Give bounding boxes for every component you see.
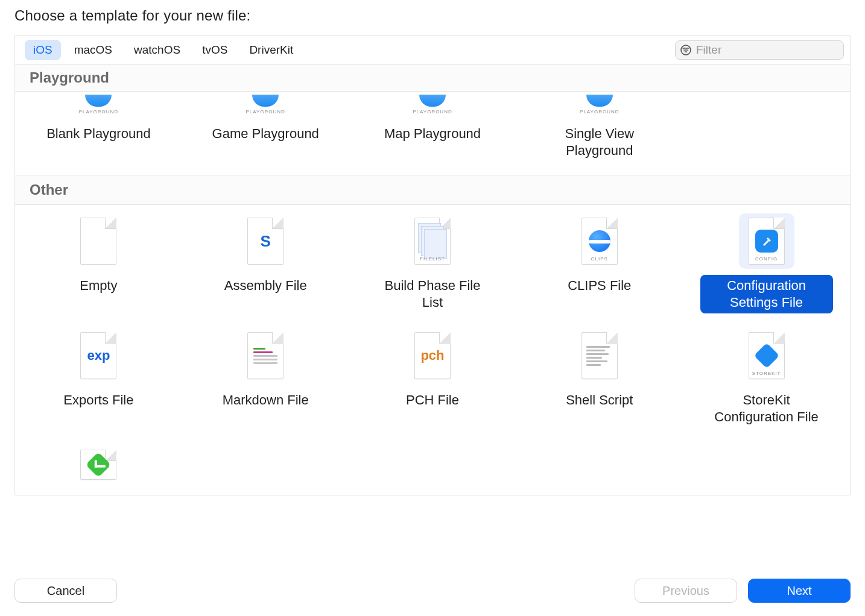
template-empty[interactable]: Empty [15,205,182,319]
previous-button: Previous [635,579,737,603]
hammer-icon: CONFIG [749,218,785,265]
template-configuration-settings-file[interactable]: CONFIG Configuration Settings File [683,205,850,319]
template-storekit-configuration-file[interactable]: STOREKIT StoreKit Configuration File [683,319,850,434]
tab-watchos[interactable]: watchOS [125,40,189,60]
template-game-playground[interactable]: PLAYGROUND Game Playground [182,92,349,168]
template-label: Map Playground [376,123,489,145]
template-shell-script[interactable]: Shell Script [516,319,683,434]
template-blank-playground[interactable]: PLAYGROUND Blank Playground [15,92,182,168]
template-build-phase-file-list[interactable]: FILELIST Build Phase File List [349,205,516,319]
template-label: Single View Playground [533,123,666,162]
sphere-icon: CLIPS [581,218,618,265]
template-clips-file[interactable]: CLIPS CLIPS File [516,205,683,319]
filter-input[interactable] [695,43,840,57]
filter-icon [680,45,691,55]
template-label: Exports File [55,389,142,411]
other-grid-overflow [15,441,850,480]
tab-tvos[interactable]: tvOS [194,40,236,60]
other-grid: Empty S Assembly File FILELIST Build Pha… [15,205,850,441]
template-label: CLIPS File [559,275,639,297]
playground-grid: PLAYGROUND Blank Playground PLAYGROUND G… [15,92,850,175]
stack-icon: FILELIST [414,218,451,265]
template-markdown-file[interactable]: Markdown File [182,319,349,434]
template-sheet: iOS macOS watchOS tvOS DriverKit Playgro… [14,35,851,495]
template-single-view-playground[interactable]: PLAYGROUND Single View Playground [516,92,683,168]
template-label: Game Playground [204,123,328,145]
template-label: Build Phase File List [366,275,499,313]
template-assembly-file[interactable]: S Assembly File [182,205,349,319]
template-label: Blank Playground [38,123,159,145]
template-label: PCH File [398,389,467,411]
bird-icon [586,95,613,107]
template-label: Assembly File [216,275,315,297]
dialog-heading: Choose a template for your new file: [14,7,851,24]
template-pch-file[interactable]: pch PCH File [349,319,516,434]
bird-icon [85,95,112,107]
template-overflow-item[interactable] [15,441,182,480]
filter-field[interactable] [675,40,844,60]
dialog-footer: Cancel Previous Next [0,579,865,603]
cancel-button[interactable]: Cancel [14,579,117,603]
tab-ios[interactable]: iOS [25,40,61,60]
section-header-other: Other [15,175,850,205]
template-label: StoreKit Configuration File [700,389,833,428]
diamond-icon: STOREKIT [749,332,785,379]
tab-macos[interactable]: macOS [66,40,121,60]
bird-icon [419,95,446,107]
template-label: Shell Script [557,389,641,411]
tab-driverkit[interactable]: DriverKit [241,40,302,60]
section-header-playground: Playground [15,64,850,92]
lines-icon [247,332,284,379]
check-icon [80,450,116,480]
script-icon [581,332,618,379]
text-icon: pch [414,332,451,379]
blank-file-icon [80,218,116,265]
letter-icon: S [247,218,284,265]
next-button[interactable]: Next [748,579,851,603]
platform-tabbar: iOS macOS watchOS tvOS DriverKit [15,36,850,64]
template-exports-file[interactable]: exp Exports File [15,319,182,434]
bird-icon [252,95,279,107]
template-map-playground[interactable]: PLAYGROUND Map Playground [349,92,516,168]
template-label: Empty [71,275,125,297]
text-icon: exp [80,332,116,379]
template-label: Markdown File [214,389,317,411]
template-label: Configuration Settings File [700,275,833,313]
